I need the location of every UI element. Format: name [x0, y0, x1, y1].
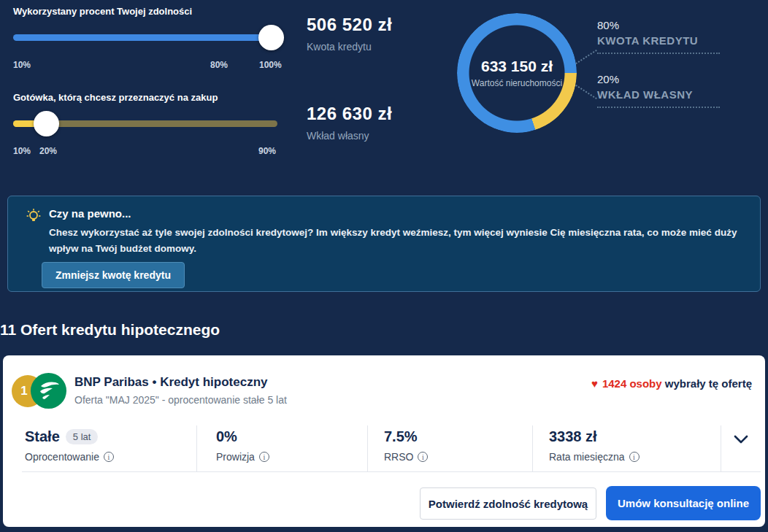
tick-10: 10% [13, 146, 31, 156]
legend-credit-name: KWOTA KREDYTU [597, 34, 720, 54]
book-consultation-button[interactable]: Umów konsultację online [606, 486, 761, 520]
cash-slider-track[interactable] [13, 120, 277, 127]
tick-10: 10% [13, 60, 31, 70]
credit-amount-label: Kwota kredytu [307, 41, 392, 53]
legend-credit-pct: 80% [597, 19, 720, 31]
donut-legend: 80% KWOTA KREDYTU 20% WKŁAD WŁASNY [597, 19, 720, 127]
donut-center: 633 150 zł Wartość nieruchomości [457, 13, 577, 133]
stat-commission: 0% Prowizja [197, 425, 368, 472]
tick-100: 100% [259, 60, 282, 70]
credit-amount: 506 520 zł Kwota kredytu [307, 15, 392, 53]
commission-label: Prowizja [216, 451, 255, 463]
reduce-credit-button[interactable]: Zmniejsz kwotę kredytu [42, 262, 185, 288]
capacity-slider-track[interactable] [13, 34, 277, 41]
stat-interest-rate: Stałe 5 lat Oprocentowanie [22, 425, 197, 472]
property-value-label: Wartość nieruchomości [472, 78, 562, 88]
social-proof: ♥1424 osoby wybrały tę ofertę [591, 377, 752, 390]
legend-down-pct: 20% [597, 73, 720, 85]
offer-stats-row: Stałe 5 lat Oprocentowanie 0% Prowizja 7… [22, 425, 761, 472]
interest-rate-value: Stałe [25, 428, 60, 445]
down-payment-amount: 126 630 zł Wkład własny [307, 104, 392, 142]
tick-90: 90% [258, 146, 276, 156]
confirm-creditworthiness-button[interactable]: Potwierdź zdolność kredytową [420, 487, 596, 520]
tick-80: 80% [210, 60, 228, 70]
cash-slider-handle[interactable] [34, 111, 59, 136]
rrso-value: 7.5% [384, 428, 418, 445]
info-icon[interactable] [418, 452, 428, 462]
interest-rate-label: Oprocentowanie [25, 451, 99, 463]
tick-20: 20% [39, 146, 57, 156]
info-icon[interactable] [259, 452, 269, 462]
tip-body-text: Chesz wykorzystać aż tyle swojej zdolnoś… [49, 225, 748, 258]
chevron-down-icon [733, 434, 749, 444]
social-count: 1424 osoby [602, 377, 662, 390]
commission-value: 0% [216, 428, 237, 445]
donut-connector-line [575, 50, 597, 64]
property-value: 633 150 zł [481, 58, 553, 75]
down-payment-value: 126 630 zł [307, 104, 392, 124]
credit-amount-value: 506 520 zł [307, 15, 392, 35]
stat-monthly-payment: 3338 zł Rata miesięczna [533, 425, 721, 472]
capacity-slider-group: Wykorzystany procent Twojej zdolności 10… [13, 6, 277, 72]
legend-item-down-payment: 20% WKŁAD WŁASNY [597, 73, 720, 108]
capacity-slider-label: Wykorzystany procent Twojej zdolności [13, 6, 277, 17]
capacity-slider-ticks: 10% 80% 100% [13, 60, 277, 72]
tip-title: Czy na pewno... [49, 207, 131, 220]
cash-slider-ticks: 10% 20% 90% [13, 146, 277, 158]
cash-slider-label: Gotówka, którą chcesz przeznaczyć na zak… [13, 92, 277, 103]
down-payment-label: Wkład własny [307, 130, 392, 142]
offers-heading: 11 Ofert kredytu hipotecznego [0, 321, 220, 339]
capacity-slider-handle[interactable] [258, 25, 284, 50]
mortgage-calculator-page: Wykorzystany procent Twojej zdolności 10… [0, 0, 768, 532]
bnp-paribas-logo-icon [31, 373, 66, 409]
heart-icon: ♥ [591, 377, 598, 390]
rrso-label: RRSO [384, 451, 413, 463]
interest-rate-period-badge: 5 lat [66, 429, 99, 444]
warning-tip-box: Czy na pewno... Chesz wykorzystać aż tyl… [7, 196, 761, 292]
monthly-payment-label: Rata miesięczna [549, 451, 625, 463]
property-value-donut-chart: 633 150 zł Wartość nieruchomości [457, 13, 577, 133]
social-rest: wybrały tę ofertę [665, 377, 752, 390]
lightbulb-icon [26, 208, 42, 225]
legend-item-credit: 80% KWOTA KREDYTU [597, 19, 720, 54]
legend-down-name: WKŁAD WŁASNY [597, 88, 720, 108]
info-icon[interactable] [629, 452, 640, 462]
cash-slider-group: Gotówka, którą chcesz przeznaczyć na zak… [13, 92, 277, 158]
offer-title: BNP Paribas • Kredyt hipoteczny [74, 375, 268, 390]
monthly-payment-value: 3338 zł [549, 428, 597, 445]
offer-card-bnp-paribas: 1 BNP Paribas • Kredyt hipoteczny Oferta… [3, 355, 765, 527]
donut-connector-line [575, 85, 597, 99]
stat-rrso: 7.5% RRSO [368, 425, 533, 472]
offer-subtitle: Oferta "MAJ 2025" - oprocentowanie stałe… [74, 394, 287, 406]
info-icon[interactable] [104, 452, 114, 462]
expand-offer-chevron[interactable] [721, 425, 761, 472]
